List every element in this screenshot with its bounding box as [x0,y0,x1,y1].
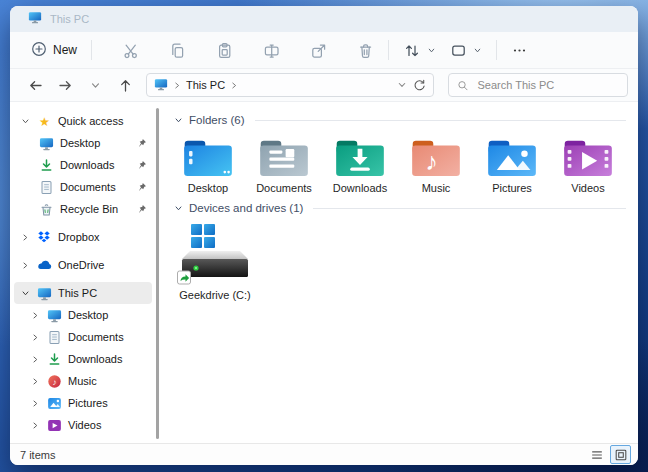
sidebar-item-downloads[interactable]: Downloads [14,348,152,370]
sidebar-item-desktop[interactable]: Desktop [14,304,152,326]
items-view: Folders (6) Desktop [160,102,638,443]
recent-locations-button[interactable] [86,76,104,94]
sidebar-label: Desktop [68,309,108,321]
share-button[interactable] [303,37,334,64]
desktop-icon [46,307,62,323]
chevron-right-icon[interactable] [30,421,40,430]
navigation-bar: This PC [10,69,638,102]
status-bar: 7 items [10,443,638,465]
folder-tile-documents[interactable]: Documents [246,135,322,194]
breadcrumb-location[interactable]: This PC [186,79,225,91]
see-more-button[interactable] [504,37,535,64]
folders-section-header[interactable]: Folders (6) [174,114,626,126]
svg-text:♪: ♪ [52,376,56,386]
section-divider [255,120,626,121]
search-input[interactable] [475,78,619,92]
folder-label: Documents [256,182,312,194]
sidebar-item-dropbox[interactable]: Dropbox [14,226,152,248]
sidebar-item-desktop-qa[interactable]: Desktop [14,132,152,154]
ellipsis-icon [511,42,528,59]
search-box[interactable] [448,73,628,97]
pin-icon[interactable] [137,138,147,148]
folder-tile-music[interactable]: ♪ Music [398,135,474,194]
rename-button[interactable] [256,37,287,64]
toolbar-divider [496,40,497,60]
sidebar-label: Recycle Bin [60,203,118,215]
sidebar-label: Downloads [68,353,122,365]
folder-tile-downloads[interactable]: Downloads [322,135,398,194]
folder-label: Downloads [333,182,387,194]
view-button[interactable] [443,37,489,64]
chevron-right-icon[interactable] [30,399,40,408]
download-icon [38,157,54,173]
folders-grid: Desktop Documents [170,135,626,194]
sort-button[interactable] [396,37,443,64]
file-explorer-window: This PC New [10,6,638,465]
sidebar-item-quick-access[interactable]: ★ Quick access [14,110,152,132]
chevron-down-icon [90,80,101,91]
chevron-right-icon[interactable] [30,333,40,342]
section-divider [313,208,626,209]
address-dropdown-icon[interactable] [397,80,407,90]
new-button[interactable]: New [24,36,84,65]
pin-icon[interactable] [137,204,147,214]
chevron-right-icon[interactable] [20,233,30,242]
sidebar-item-onedrive[interactable]: OneDrive [14,254,152,276]
chevron-right-icon[interactable] [230,81,238,90]
folder-label: Videos [571,182,604,194]
sidebar-scrollbar[interactable] [156,108,159,439]
sidebar-label: Documents [68,331,124,343]
back-button[interactable] [26,76,44,94]
sidebar-item-downloads-qa[interactable]: Downloads [14,154,152,176]
chevron-right-icon[interactable] [30,377,40,386]
chevron-right-icon[interactable] [30,355,40,364]
sidebar-label: Documents [60,181,116,193]
refresh-icon[interactable] [412,78,426,92]
pin-icon[interactable] [137,182,147,192]
chevron-down-icon[interactable] [20,289,30,298]
folder-label: Music [422,182,451,194]
section-title: Folders (6) [189,114,245,126]
window-title: This PC [50,13,89,25]
up-button[interactable] [116,76,134,94]
address-bar[interactable]: This PC [146,73,434,97]
chevron-down-icon[interactable] [20,117,30,126]
chevron-down-icon[interactable] [174,204,183,213]
copy-button[interactable] [162,37,193,64]
paste-button[interactable] [209,37,240,64]
cut-button[interactable] [115,37,146,64]
share-icon [310,42,327,59]
download-icon [46,351,62,367]
drive-tile-c[interactable]: Geekdrive (C:) [172,223,258,301]
chevron-down-icon[interactable] [174,116,183,125]
thumbnail-view-button[interactable] [610,445,631,464]
title-bar[interactable]: This PC [10,6,638,32]
pin-icon[interactable] [137,160,147,170]
recycle-bin-icon [38,201,54,217]
sidebar-label: Videos [68,419,101,431]
forward-button[interactable] [56,76,74,94]
chevron-right-icon[interactable] [20,261,30,270]
sidebar-item-recycle-bin[interactable]: Recycle Bin [14,198,152,220]
sidebar-item-music[interactable]: ♪ Music [14,370,152,392]
documents-folder-icon [258,135,310,181]
sort-arrows-icon [403,42,421,59]
pictures-icon [46,395,62,411]
this-pc-icon [28,10,42,28]
sidebar-item-documents[interactable]: Documents [14,326,152,348]
sidebar-item-pictures[interactable]: Pictures [14,392,152,414]
system-drive-icon [175,223,255,289]
folder-label: Desktop [188,182,228,194]
folder-tile-pictures[interactable]: Pictures [474,135,550,194]
chevron-right-icon[interactable] [30,311,40,320]
folder-tile-videos[interactable]: Videos [550,135,626,194]
folder-tile-desktop[interactable]: Desktop [170,135,246,194]
details-view-button[interactable] [586,445,607,464]
cloud-icon [36,257,52,273]
sidebar-item-this-pc[interactable]: This PC [14,282,152,304]
sidebar-item-videos[interactable]: Videos [14,414,152,436]
sidebar-item-documents-qa[interactable]: Documents [14,176,152,198]
devices-section-header[interactable]: Devices and drives (1) [174,202,626,214]
delete-button[interactable] [350,37,381,64]
clipboard-icon [216,42,233,59]
